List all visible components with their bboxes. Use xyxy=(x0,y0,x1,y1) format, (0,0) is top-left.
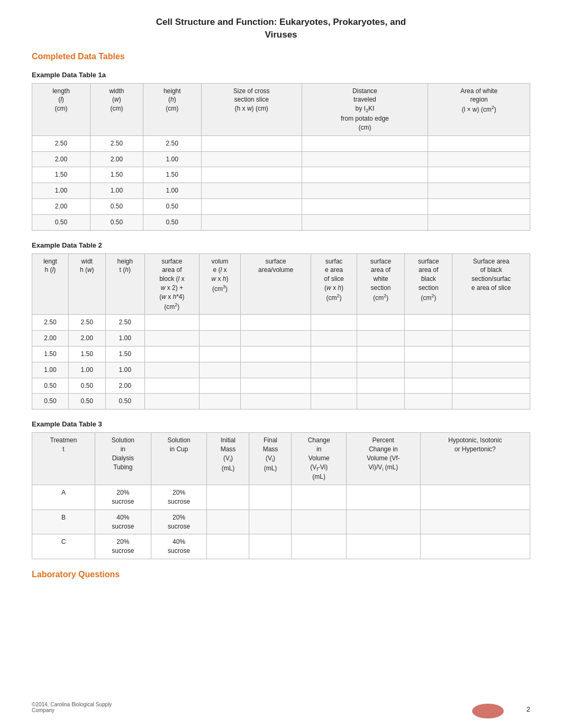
table-cell xyxy=(292,534,346,559)
table-cell: 1.50 xyxy=(32,167,90,183)
table-row: 2.502.502.50 xyxy=(32,315,530,331)
table-cell xyxy=(346,509,420,534)
table-cell xyxy=(311,378,357,394)
table-cell xyxy=(302,198,428,214)
table1-header-length: length(l)(cm) xyxy=(32,83,90,135)
table-cell: 2.50 xyxy=(143,135,201,151)
table-cell xyxy=(311,362,357,378)
table-cell: 20%sucrose xyxy=(151,485,207,510)
table-cell xyxy=(428,183,530,199)
table2: length (l) width (w) height (h) surfacea… xyxy=(32,253,530,410)
table2-header-surface-slice: surface areaof slice(w x h)(cm2) xyxy=(311,253,357,315)
table-cell xyxy=(428,151,530,167)
table-cell: 2.00 xyxy=(90,151,143,167)
table1-header-height: height(h)(cm) xyxy=(143,83,201,135)
table-cell: 2.00 xyxy=(32,198,90,214)
table-cell xyxy=(199,378,240,394)
lab-questions-title: Laboratory Questions xyxy=(32,570,530,579)
table3-label: Example Data Table 3 xyxy=(32,420,530,428)
table-cell: 40%sucrose xyxy=(95,509,151,534)
table-cell xyxy=(144,331,199,347)
table-cell xyxy=(405,394,452,410)
table-row: 2.502.502.50 xyxy=(32,135,530,151)
table2-label: Example Data Table 2 xyxy=(32,241,530,249)
table-row: 1.001.001.00 xyxy=(32,362,530,378)
table-cell xyxy=(292,509,346,534)
table-cell xyxy=(241,315,311,331)
table3-header-percent-change: PercentChange inVolume (Vf-Vi)/Vi (mL) xyxy=(346,433,420,485)
table-cell: 2.50 xyxy=(32,315,69,331)
table2-header-sa-black-ratio: Surface areaof blacksection/surface area… xyxy=(452,253,530,315)
table-cell: 2.00 xyxy=(32,151,90,167)
table-cell xyxy=(357,378,404,394)
table-cell: 2.00 xyxy=(105,378,144,394)
table-row: 1.501.501.50 xyxy=(32,167,530,183)
table-cell: C xyxy=(32,534,95,559)
table-cell xyxy=(249,534,292,559)
table1-header-width: width(w)(cm) xyxy=(90,83,143,135)
table-cell xyxy=(452,362,530,378)
table-cell xyxy=(199,315,240,331)
table1: length(l)(cm) width(w)(cm) height(h)(cm)… xyxy=(32,83,530,231)
table-cell xyxy=(302,183,428,199)
table-cell xyxy=(241,362,311,378)
table-cell: 40%sucrose xyxy=(151,534,207,559)
table-cell: 2.50 xyxy=(68,315,105,331)
table2-header-length: length (l) xyxy=(32,253,69,315)
table-cell xyxy=(302,214,428,230)
table-cell xyxy=(144,362,199,378)
table-cell xyxy=(357,394,404,410)
table-cell: 2.00 xyxy=(32,331,69,347)
table-cell xyxy=(201,135,302,151)
table-cell xyxy=(249,509,292,534)
table-cell xyxy=(428,214,530,230)
table-cell: 1.00 xyxy=(32,362,69,378)
table-cell xyxy=(405,346,452,362)
table-cell xyxy=(144,315,199,331)
table-cell xyxy=(405,362,452,378)
table-cell: 20%sucrose xyxy=(151,509,207,534)
table-cell xyxy=(199,394,240,410)
table3-header-solution-dialysis: SolutioninDialysisTubing xyxy=(95,433,151,485)
table-cell xyxy=(452,346,530,362)
table-row: 2.000.500.50 xyxy=(32,198,530,214)
table-cell: 1.00 xyxy=(143,183,201,199)
table-cell xyxy=(144,394,199,410)
table-cell: 1.50 xyxy=(143,167,201,183)
table-cell xyxy=(428,167,530,183)
table2-header-surface-area-block: surfacearea ofblock (l xw x 2) +(w x h*4… xyxy=(144,253,199,315)
table3-header-row: Treatment SolutioninDialysisTubing Solut… xyxy=(32,433,530,485)
table2-header-sa-white: surfacearea ofwhitesection(cm2) xyxy=(357,253,404,315)
table-cell xyxy=(144,378,199,394)
table-cell xyxy=(201,183,302,199)
table-cell xyxy=(346,485,420,510)
table-cell: 0.50 xyxy=(68,378,105,394)
table-cell: 1.00 xyxy=(32,183,90,199)
table-cell: 1.00 xyxy=(105,362,144,378)
table-cell: 1.50 xyxy=(105,346,144,362)
table3-header-change-volume: ChangeinVolume(Vf-Vi)(mL) xyxy=(292,433,346,485)
table-cell xyxy=(357,346,404,362)
table-cell xyxy=(311,315,357,331)
table-cell xyxy=(144,346,199,362)
table-cell: 1.50 xyxy=(32,346,69,362)
table-row: 2.002.001.00 xyxy=(32,331,530,347)
table-cell xyxy=(199,331,240,347)
table-cell xyxy=(357,362,404,378)
table-cell xyxy=(357,315,404,331)
table-cell: 20%sucrose xyxy=(95,485,151,510)
table3-header-treatment: Treatment xyxy=(32,433,95,485)
table-cell xyxy=(311,346,357,362)
table3-header-tonic: Hypotonic, Isotonicor Hypertonic? xyxy=(420,433,530,485)
table-cell: 2.50 xyxy=(32,135,90,151)
table-cell: 2.50 xyxy=(105,315,144,331)
table1-header-distance: Distancetraveledby I2KIfrom potato edge(… xyxy=(302,83,428,135)
table-cell xyxy=(201,151,302,167)
table-cell: B xyxy=(32,509,95,534)
table-cell xyxy=(201,214,302,230)
table-cell xyxy=(302,167,428,183)
table-cell xyxy=(201,167,302,183)
table-cell: 0.50 xyxy=(32,394,69,410)
table-cell xyxy=(207,509,249,534)
table-row: 0.500.500.50 xyxy=(32,394,530,410)
